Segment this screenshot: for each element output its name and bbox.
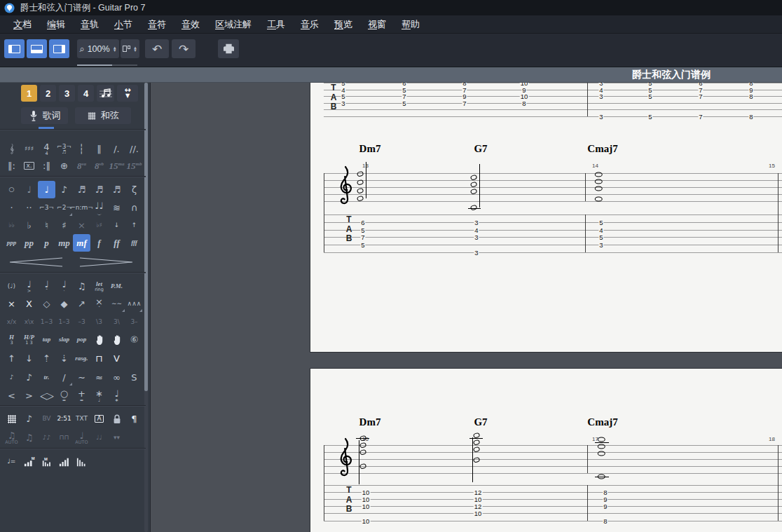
shift-slide-tool[interactable]: 1–3 bbox=[55, 313, 73, 331]
inverted-turn-tool[interactable]: S bbox=[125, 369, 143, 386]
left-panel-toggle-button[interactable] bbox=[4, 39, 25, 58]
sixty-fourth-note-tool[interactable]: ♬ bbox=[108, 181, 125, 198]
flat-tool[interactable]: ♭ bbox=[20, 217, 38, 234]
infinite-tool[interactable]: ∞ bbox=[108, 369, 125, 386]
crescendo-hairpin-tool[interactable] bbox=[6, 253, 65, 271]
fingering-tool[interactable]: ⑥ bbox=[125, 331, 143, 348]
brush-down-tool[interactable]: ↓ bbox=[20, 350, 38, 367]
zoom-spinner[interactable]: ▲▼ bbox=[113, 46, 117, 52]
menu-音轨[interactable]: 音轨 bbox=[73, 15, 107, 33]
chord-diagram-tool[interactable] bbox=[3, 410, 20, 428]
free-time-barline-tool[interactable]: ┆ bbox=[73, 140, 90, 158]
hammer-pull-tool[interactable]: H/P1 3 bbox=[20, 331, 38, 348]
let-ring-tool[interactable]: letring bbox=[90, 278, 108, 295]
text-tool[interactable]: TXT bbox=[73, 410, 90, 428]
treble-clef-tool[interactable] bbox=[3, 140, 20, 158]
star-above-note-tool[interactable]: ∗♩ bbox=[90, 387, 108, 404]
hammer-on-tool[interactable]: H3 bbox=[3, 331, 20, 348]
paragraph-tool[interactable]: ¶ bbox=[125, 410, 143, 428]
semitone-down-tool[interactable]: ↓ bbox=[108, 217, 125, 234]
lyrics-button[interactable]: 歌词 bbox=[21, 107, 68, 124]
eighth-note-tool[interactable]: ♪ bbox=[55, 181, 73, 198]
arrow-view-button[interactable]: ↔▼ bbox=[117, 85, 138, 102]
right-hand-tool[interactable] bbox=[108, 331, 125, 348]
tie-tool[interactable]: ♩♩‿ bbox=[90, 199, 108, 217]
downstroke-tool[interactable]: ⊓ bbox=[90, 350, 108, 367]
bottom-panel-toggle-button[interactable] bbox=[27, 39, 47, 58]
flip-stem-tool[interactable]: ♩♩ bbox=[90, 429, 108, 446]
left-hand-tool[interactable] bbox=[90, 331, 108, 348]
mordent-tool[interactable]: ∼ bbox=[73, 369, 90, 386]
directions-tool[interactable]: ⊕ bbox=[55, 157, 73, 175]
menu-区域注解[interactable]: 区域注解 bbox=[207, 15, 259, 33]
collapse-tool[interactable]: ▾▾ bbox=[108, 429, 125, 446]
voice-4-button[interactable]: 4 bbox=[78, 85, 94, 102]
brush-up-tool[interactable]: ↑ bbox=[3, 350, 20, 367]
natural-harmonic-tool[interactable]: ◇ bbox=[38, 295, 55, 313]
half-note-tool[interactable]: ♩ bbox=[20, 181, 38, 198]
menu-编辑[interactable]: 编辑 bbox=[39, 15, 73, 33]
auto-stem-tool[interactable]: ♩AUTO bbox=[73, 429, 90, 446]
dynamic-pp[interactable]: pp bbox=[20, 234, 38, 252]
ottava-8vb-tool[interactable]: 8vb bbox=[90, 157, 108, 175]
beam-over-bar-tool[interactable]: ⊓⊓ bbox=[55, 429, 73, 446]
rest-tool[interactable]: ζ bbox=[125, 181, 143, 198]
repeat-open-tool[interactable]: ‖: bbox=[3, 157, 20, 175]
semitone-up-tool[interactable]: ↑ bbox=[125, 217, 143, 234]
trill-tool[interactable]: tr. bbox=[38, 369, 55, 386]
slide-from-below-tool[interactable]: \3 bbox=[90, 313, 108, 331]
multivoice-button[interactable] bbox=[97, 85, 114, 102]
fermata-tool[interactable]: ∩ bbox=[125, 199, 143, 217]
turn-tool[interactable]: ≈ bbox=[90, 369, 108, 386]
custom-tuplet-tool[interactable]: ⌐n:m¬ bbox=[73, 199, 90, 217]
palm-mute-tool[interactable]: P.M. bbox=[108, 278, 125, 295]
sixteenth-note-tool[interactable]: ♬ bbox=[73, 181, 90, 198]
staccato-tool[interactable]: ♩· bbox=[55, 278, 73, 295]
vibrato-tool[interactable]: ∼∼ bbox=[108, 295, 125, 313]
zoom-control[interactable]: ⌕ 100% ▲▼ bbox=[77, 39, 119, 58]
menu-音乐[interactable]: 音乐 bbox=[293, 15, 327, 33]
simile-one-bar-tool[interactable]: /. bbox=[108, 140, 125, 158]
menu-预览[interactable]: 预览 bbox=[327, 15, 360, 33]
slide-out-tool[interactable]: 3– bbox=[125, 313, 143, 331]
tremolo-picking-tool[interactable]: / bbox=[55, 369, 73, 386]
let-ring-arcs-tool[interactable]: ≋ bbox=[108, 199, 125, 217]
time-signature-tool[interactable]: 44 bbox=[38, 140, 55, 158]
dynamic-mp[interactable]: mp bbox=[55, 234, 73, 252]
heavy-accent-tool[interactable]: ♩ˆ bbox=[38, 278, 55, 295]
double-sharp-tool[interactable]: × bbox=[73, 217, 90, 234]
decrescendo-hairpin-tool[interactable] bbox=[76, 253, 136, 271]
pop-tool[interactable]: pop bbox=[73, 331, 90, 348]
dotted-note-tool[interactable]: · bbox=[3, 199, 20, 217]
grace-before-beat-tool[interactable]: ♪ bbox=[3, 369, 20, 386]
accidental-toggle-tool[interactable]: ♭♯ bbox=[90, 217, 108, 234]
ottava-15ma-tool[interactable]: 15ma bbox=[108, 157, 125, 175]
volume-swell-tool[interactable]: ◇ bbox=[38, 387, 55, 404]
redo-button[interactable]: ↷ bbox=[172, 39, 196, 58]
dynamic-ff[interactable]: ff bbox=[108, 234, 125, 252]
undo-button[interactable]: ↶ bbox=[145, 39, 169, 58]
slash-note-tool[interactable]: ♪ bbox=[20, 410, 38, 428]
slap-tool[interactable]: slap bbox=[55, 331, 73, 348]
ottava-15mb-tool[interactable]: 15mb bbox=[125, 157, 143, 175]
thirty-second-note-tool[interactable]: ♬ bbox=[90, 181, 108, 198]
menu-音效[interactable]: 音效 bbox=[174, 15, 207, 33]
slide-in-up-tool[interactable]: x/x bbox=[3, 313, 20, 331]
ghost-note-tool[interactable]: (♩) bbox=[3, 278, 20, 295]
triplet-tool[interactable]: ⌐3¬ bbox=[38, 199, 55, 217]
crescendo-auto-tool[interactable] bbox=[55, 453, 73, 470]
print-button[interactable] bbox=[218, 39, 239, 58]
double-flat-tool[interactable]: ♭♭ bbox=[3, 217, 20, 234]
grace-on-beat-tool[interactable]: ♪ bbox=[20, 369, 38, 386]
break-beam-tool[interactable]: ♪♪ bbox=[38, 429, 55, 446]
tuplet-bar-tool[interactable]: ⌐3¬♬ bbox=[55, 140, 73, 158]
voice-2-button[interactable]: 2 bbox=[40, 85, 56, 102]
menu-帮助[interactable]: 帮助 bbox=[394, 15, 427, 33]
menu-小节[interactable]: 小节 bbox=[107, 15, 140, 33]
dead-note-tool[interactable]: × bbox=[3, 295, 20, 313]
quarter-note-tool[interactable]: ♩ bbox=[38, 181, 55, 198]
menu-视窗[interactable]: 视窗 bbox=[360, 15, 394, 33]
chords-button[interactable]: 和弦 bbox=[75, 107, 131, 124]
tied-notes-tool[interactable]: ♫ bbox=[73, 278, 90, 295]
dynamic-fff[interactable]: fff bbox=[125, 234, 143, 252]
